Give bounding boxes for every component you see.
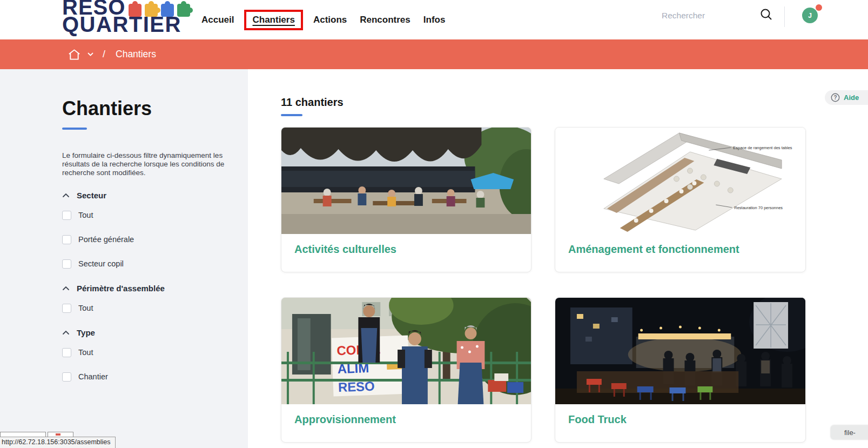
user-avatar[interactable]: J xyxy=(802,8,818,23)
filter-title: Périmètre d'assemblée xyxy=(77,284,165,293)
breadcrumb-chevron-down-icon[interactable] xyxy=(88,52,93,56)
checkbox[interactable] xyxy=(62,211,71,220)
nav-item-actions[interactable]: Actions xyxy=(313,15,347,25)
top-navbar: RESO QUARTIER Accueil Chantiers Actions … xyxy=(0,0,868,39)
help-badge[interactable]: ? Aide xyxy=(825,90,868,105)
chevron-up-icon xyxy=(62,286,70,291)
filter-option[interactable]: Portée générale xyxy=(62,235,248,244)
results-underline xyxy=(281,114,302,116)
title-underline xyxy=(62,128,87,130)
checkbox[interactable] xyxy=(62,259,71,269)
filters-description: Le formulaire ci-dessous filtre dynamiqu… xyxy=(62,151,241,178)
filter-section-type: Type Tout Chantier xyxy=(62,328,248,382)
filter-section-perimetre: Périmètre d'assemblée Tout xyxy=(62,284,248,313)
red-tick xyxy=(56,433,60,436)
checkbox-label: Tout xyxy=(78,304,93,312)
search-icon[interactable] xyxy=(759,8,773,24)
checkbox-label: Secteur copil xyxy=(78,259,124,268)
card-image-activites-culturelles[interactable] xyxy=(281,128,531,234)
chevron-up-icon xyxy=(62,193,70,198)
filter-option[interactable]: Secteur copil xyxy=(62,259,248,269)
filter-section-secteur: Secteur Tout Portée générale Secteur cop… xyxy=(62,191,248,269)
filters-sidebar: Chantiers Le formulaire ci-dessous filtr… xyxy=(0,69,248,448)
nav-item-rencontres[interactable]: Rencontres xyxy=(360,15,411,25)
card-title[interactable]: Activités culturelles xyxy=(294,243,396,255)
checkbox-label: Tout xyxy=(78,348,93,357)
filter-section-toggle[interactable]: Secteur xyxy=(62,191,248,200)
breadcrumb-current: Chantiers xyxy=(116,49,156,60)
header-divider xyxy=(784,6,785,27)
card-activites-culturelles[interactable]: Activités culturelles xyxy=(281,127,531,272)
results-area: 11 chantiers ? Aide xyxy=(248,69,868,448)
file-tooltip[interactable]: file- xyxy=(831,425,868,439)
checkbox-label: Portée générale xyxy=(78,235,134,244)
notification-dot xyxy=(816,4,822,11)
card-image-amenagement[interactable]: Espace de rangement des tables Restaurat… xyxy=(555,128,805,234)
card-title[interactable]: Approvisionnement xyxy=(294,413,396,425)
drawing-annotation-1: Espace de rangement des tables xyxy=(733,145,792,150)
checkbox[interactable] xyxy=(62,304,71,313)
svg-text:?: ? xyxy=(833,95,837,101)
search-input[interactable]: Rechercher xyxy=(662,11,705,21)
breadcrumb: / Chantiers xyxy=(0,39,868,69)
main-navigation: Accueil Chantiers Actions Rencontres Inf… xyxy=(201,0,445,39)
filter-option[interactable]: Tout xyxy=(62,348,248,357)
card-image-food-truck[interactable] xyxy=(555,298,805,404)
checkbox[interactable] xyxy=(62,235,71,244)
card-food-truck[interactable]: Food Truck xyxy=(555,297,806,443)
nav-item-chantiers[interactable]: Chantiers xyxy=(252,15,294,25)
filter-title: Secteur xyxy=(77,191,106,200)
filter-option[interactable]: Tout xyxy=(62,304,248,313)
help-label: Aide xyxy=(844,93,859,102)
logo-text-quartier: QUARTIER xyxy=(62,15,193,35)
site-logo[interactable]: RESO QUARTIER xyxy=(62,0,193,35)
checkbox[interactable] xyxy=(62,348,71,357)
filter-option[interactable]: Tout xyxy=(62,211,248,220)
checkbox[interactable] xyxy=(62,372,71,382)
filter-section-toggle[interactable]: Type xyxy=(62,328,248,337)
breadcrumb-home-icon[interactable] xyxy=(68,49,80,61)
checkbox-label: Tout xyxy=(78,211,93,219)
results-count-heading: 11 chantiers xyxy=(281,96,868,109)
annotation-highlight-box: Chantiers xyxy=(244,10,302,30)
drawing-annotation-2: Restauration 70 personnes xyxy=(734,205,783,210)
checkbox-label: Chantier xyxy=(78,372,108,381)
filter-title: Type xyxy=(77,328,95,337)
chevron-up-icon xyxy=(62,330,70,335)
card-image-approvisionnement[interactable]: COLLE ALIM RESO xyxy=(281,298,531,404)
breadcrumb-separator: / xyxy=(103,49,105,60)
filter-option[interactable]: Chantier xyxy=(62,372,248,382)
page-content: Chantiers Le formulaire ci-dessous filtr… xyxy=(0,69,868,448)
question-mark-icon: ? xyxy=(831,93,840,102)
card-title[interactable]: Aménagement et fonctionnement xyxy=(568,243,739,255)
cards-grid: Activités culturelles xyxy=(281,127,868,443)
card-title[interactable]: Food Truck xyxy=(568,413,627,425)
filter-section-toggle[interactable]: Périmètre d'assemblée xyxy=(62,284,248,293)
link-status-bar: http://62.72.18.156:3035/assemblies xyxy=(0,437,116,448)
card-amenagement[interactable]: Espace de rangement des tables Restaurat… xyxy=(555,127,806,272)
nav-item-accueil[interactable]: Accueil xyxy=(201,15,234,25)
page-title: Chantiers xyxy=(62,97,248,120)
card-approvisionnement[interactable]: COLLE ALIM RESO xyxy=(281,297,531,443)
nav-item-infos[interactable]: Infos xyxy=(423,15,446,25)
